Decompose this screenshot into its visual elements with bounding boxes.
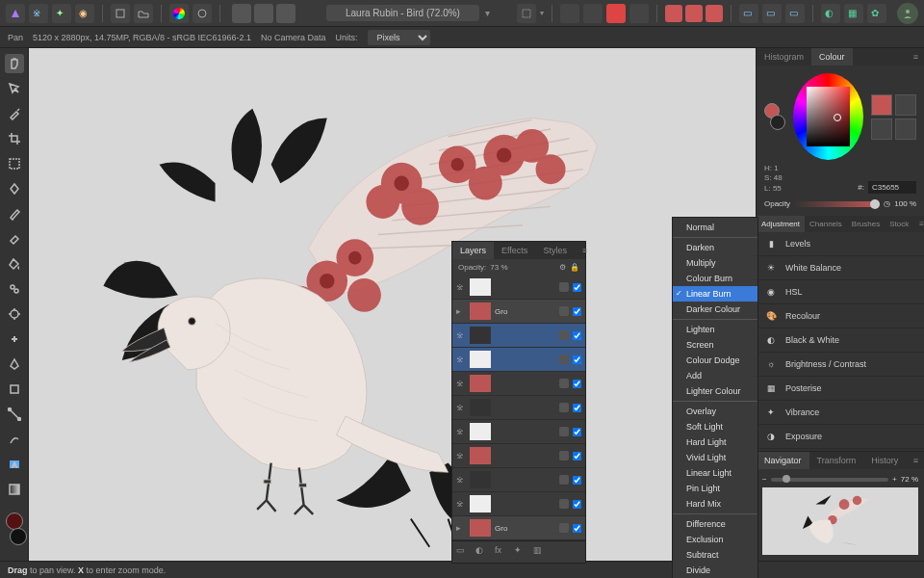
layer-row[interactable]: ※ [452, 276, 585, 300]
layer-checkbox[interactable] [573, 380, 581, 388]
toolbar-icon-1[interactable]: ※ [29, 4, 48, 23]
erase-tool[interactable] [5, 229, 24, 249]
prefs-icon[interactable] [192, 4, 212, 23]
layer-row[interactable]: ※ [452, 492, 585, 516]
blend-darker-colour[interactable]: Darker Colour [673, 302, 757, 317]
colour-menu-icon[interactable]: ≡ [908, 48, 924, 66]
layer-checkbox[interactable] [573, 452, 581, 460]
zoom-in-icon[interactable]: + [892, 475, 897, 484]
adjustment-white-balance[interactable]: ☀White Balance [757, 256, 924, 280]
visibility-icon[interactable]: ※ [456, 403, 466, 412]
layer-group-icon[interactable]: ▥ [533, 545, 547, 559]
swatch[interactable] [871, 118, 892, 140]
layer-opacity-value[interactable]: 73 % [490, 263, 507, 272]
noise-icon[interactable]: ◷ [884, 199, 890, 208]
assist-icon-2[interactable]: ▦ [844, 4, 863, 23]
user-avatar[interactable] [897, 3, 918, 24]
blend-subtract[interactable]: Subtract [673, 547, 757, 563]
document-title[interactable]: Laura Rubin - Bird (72.0%) [326, 5, 479, 21]
swatch[interactable] [895, 94, 916, 116]
adjustment-levels[interactable]: ▮Levels [757, 232, 924, 256]
layer-row[interactable]: ※ [452, 420, 585, 444]
layers-tab[interactable]: Layers [452, 242, 494, 259]
visibility-icon[interactable]: ※ [456, 427, 466, 436]
adjustment-hsl[interactable]: ◉HSL [757, 280, 924, 304]
align-icon-1[interactable] [232, 4, 251, 23]
crop-tool[interactable] [5, 129, 24, 148]
visibility-icon[interactable]: ※ [456, 451, 466, 460]
visibility-icon[interactable]: ※ [456, 330, 466, 340]
layer-checkbox[interactable] [573, 355, 581, 364]
layer-row[interactable]: ▸ Gro [452, 516, 585, 540]
blend-linear-light[interactable]: Linear Light [673, 465, 757, 481]
arrange-icon-3[interactable]: ▭ [785, 4, 805, 23]
opacity-slider[interactable] [794, 201, 880, 207]
snap-icon-4[interactable] [629, 4, 649, 23]
layer-row[interactable]: ※ [452, 324, 585, 348]
assist-icon-1[interactable]: ◐ [821, 4, 840, 23]
layer-fx-icon[interactable]: fx [495, 545, 508, 559]
layer-gear-icon[interactable]: ⚙ [559, 263, 566, 272]
blend-hard-light[interactable]: Hard Light [673, 434, 757, 450]
selection-icon[interactable] [517, 4, 536, 23]
background-color[interactable] [10, 528, 27, 545]
zoom-slider[interactable] [771, 478, 888, 482]
layer-checkbox[interactable] [573, 500, 581, 509]
blend-screen[interactable]: Screen [673, 337, 757, 353]
pan-tool[interactable] [5, 54, 24, 73]
blend-lighter-colour[interactable]: Lighter Colour [673, 383, 757, 399]
layer-row[interactable]: ▸ Gro [452, 300, 585, 324]
opacity-value[interactable]: 100 % [894, 199, 916, 208]
visibility-icon[interactable]: ※ [456, 499, 466, 509]
layer-checkbox[interactable] [573, 331, 581, 340]
visibility-icon[interactable]: ▸ [456, 306, 466, 316]
blend-lighten[interactable]: Lighten [673, 322, 757, 337]
layer-live-icon[interactable]: ✦ [514, 545, 527, 559]
navigator-thumbnail[interactable] [762, 487, 918, 555]
blend-overlay[interactable]: Overlay [673, 404, 757, 419]
zoom-value[interactable]: 72 % [901, 475, 918, 484]
layer-lock-icon[interactable]: 🔒 [570, 263, 579, 272]
arrange-icon-1[interactable]: ▭ [739, 4, 758, 23]
blend-vivid-light[interactable]: Vivid Light [673, 450, 757, 465]
zoom-out-icon[interactable]: − [762, 475, 767, 484]
blend-soft-light[interactable]: Soft Light [673, 419, 757, 434]
adjustment-brightness-contrast[interactable]: ☼Brightness / Contrast [757, 353, 924, 377]
blend-colour-burn[interactable]: Colour Burn [673, 271, 757, 286]
brushes-tab[interactable]: Brushes [847, 216, 885, 232]
persona-photo[interactable] [665, 5, 682, 22]
swatch[interactable] [871, 94, 892, 116]
blend-darken[interactable]: Darken [673, 240, 757, 255]
layer-checkbox[interactable] [573, 428, 581, 436]
toolbar-icon-2[interactable]: ✦ [52, 4, 71, 23]
blend-divide[interactable]: Divide [673, 563, 757, 578]
nav-menu-icon[interactable]: ≡ [908, 452, 924, 469]
channels-tab[interactable]: Channels [805, 216, 847, 232]
doc-dropdown-icon[interactable]: ▾ [485, 8, 490, 18]
colour-wheel[interactable] [793, 73, 863, 160]
app-icon[interactable] [6, 4, 25, 23]
layer-checkbox[interactable] [573, 283, 581, 292]
adjustment-exposure[interactable]: ◑Exposure [757, 425, 924, 449]
layer-row[interactable]: ※ [452, 396, 585, 420]
persona-liquify[interactable] [685, 5, 703, 22]
blend-exclusion[interactable]: Exclusion [673, 532, 757, 547]
blend-linear-burn[interactable]: Linear Burn [673, 286, 757, 302]
history-tab[interactable]: History [863, 452, 906, 469]
node-tool[interactable] [5, 405, 24, 424]
blend-normal[interactable]: Normal [673, 220, 757, 235]
styles-tab[interactable]: Styles [535, 242, 575, 259]
visibility-icon[interactable]: ※ [456, 355, 466, 364]
adjustment-recolour[interactable]: 🎨Recolour [757, 304, 924, 328]
color-picker-tool[interactable] [5, 104, 24, 123]
selection-tool[interactable] [5, 154, 24, 173]
effects-tab[interactable]: Effects [494, 242, 535, 259]
brush-tool[interactable] [5, 204, 24, 223]
move-tool[interactable] [5, 79, 24, 98]
fill-tool[interactable] [5, 254, 24, 274]
file-new-icon[interactable] [111, 4, 130, 23]
color-wheel-icon[interactable] [169, 4, 189, 23]
visibility-icon[interactable]: ※ [456, 282, 466, 292]
heal-tool[interactable] [5, 329, 24, 349]
blend-add[interactable]: Add [673, 368, 757, 383]
